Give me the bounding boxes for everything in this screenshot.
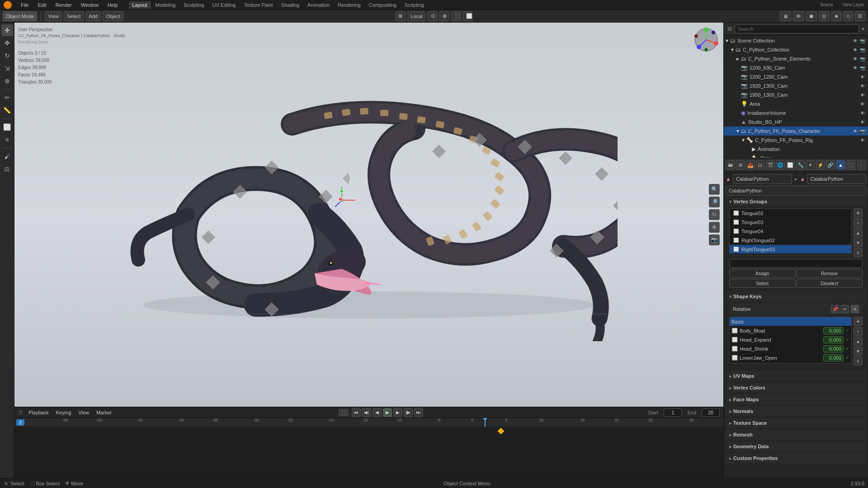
vg-select-btn[interactable]: Select xyxy=(729,279,796,288)
workspace-animation[interactable]: Animation xyxy=(304,1,333,9)
view-props[interactable]: 👁 xyxy=(793,11,804,21)
prop-object-btn[interactable]: ⬜ xyxy=(786,160,795,170)
overlay-toggle[interactable]: ⊙ xyxy=(428,11,438,21)
prop-object-data-btn[interactable]: ▲ xyxy=(836,160,845,170)
sk-head-shrink-value[interactable]: 0.000 xyxy=(823,345,844,352)
render-mode-2[interactable]: ◎ xyxy=(819,11,830,21)
sk-lowerjaw-open[interactable]: ⬜ LowerJaw_Open 0.000 ✓ xyxy=(730,353,851,362)
menu-file[interactable]: File xyxy=(19,1,31,9)
next-keyframe-btn[interactable]: |▶ xyxy=(404,408,413,417)
object-menu[interactable]: Object xyxy=(103,11,123,21)
sculpt-tool[interactable]: 🖌 xyxy=(1,150,13,162)
prop-material-btn[interactable]: ⬛ xyxy=(846,160,855,170)
prev-keyframe-btn[interactable]: ◀| xyxy=(362,408,371,417)
vg-right-tongue03[interactable]: ⬜ RightTongue03 xyxy=(730,245,851,254)
geometry-data-header[interactable]: ▸ Geometry Data xyxy=(726,441,866,451)
sk-down-btn[interactable]: ▼ xyxy=(854,347,863,356)
extra-tool[interactable]: ≡ xyxy=(1,134,13,145)
vg-remove-assign-btn[interactable]: Remove xyxy=(797,269,863,278)
sk-menu-btn[interactable]: ≡ xyxy=(854,357,863,366)
add-cube-tool[interactable]: ⬜ xyxy=(1,121,13,133)
sk-lowerjaw-check[interactable]: ✓ xyxy=(845,355,849,361)
current-frame-display[interactable]: 2 xyxy=(16,419,24,426)
menu-edit[interactable]: Edit xyxy=(36,1,48,9)
remesh-header[interactable]: ▸ Remesh xyxy=(726,430,866,440)
prop-render-btn[interactable]: 🖥 xyxy=(736,160,745,170)
viewport-render[interactable]: ⬛ xyxy=(451,11,461,21)
prop-view-layer-btn[interactable]: 🗂 xyxy=(756,160,765,170)
workspace-shading[interactable]: Shading xyxy=(278,1,303,9)
prev-frame-btn[interactable]: ◀ xyxy=(373,408,382,417)
sk-head-expand-value[interactable]: 0.000 xyxy=(823,336,844,343)
outliner-item-python-character[interactable]: ▾ 🗂 C_Python_FK_Poses_Character 👁 📷 xyxy=(724,127,868,136)
menu-help[interactable]: Help xyxy=(106,1,120,9)
render-mode-1[interactable]: ◉ xyxy=(806,11,817,21)
vg-assign-btn[interactable]: Assign xyxy=(729,269,796,278)
vg-deselect-btn[interactable]: Deselect xyxy=(797,279,863,288)
shape-keys-header[interactable]: ▾ Shape Keys xyxy=(726,291,866,301)
outliner-item-scene-collection[interactable]: ▾ 🗂 Scene Collection 👁 📷 xyxy=(724,36,868,45)
outliner-filter-btn[interactable]: ▾ xyxy=(862,26,864,32)
orbit-btn[interactable]: ↻ xyxy=(709,209,720,220)
select-menu[interactable]: Select xyxy=(64,11,84,21)
vg-remove-btn[interactable]: - xyxy=(854,218,863,227)
vg-add-btn[interactable]: + xyxy=(854,208,863,217)
measure-tool[interactable]: 📏 xyxy=(1,104,13,116)
start-frame-display[interactable]: 1 xyxy=(664,408,682,417)
sk-basis[interactable]: Basis xyxy=(730,317,851,326)
transform-tool[interactable]: ⊕ xyxy=(1,75,13,87)
shape-key-close-btn[interactable]: ✕ xyxy=(851,305,859,313)
sk-body-bloat-check[interactable]: ✓ xyxy=(845,328,849,333)
sk-body-bloat-value[interactable]: 0.000 xyxy=(823,327,844,334)
mesh-name-btn-1[interactable]: CalabarPython xyxy=(733,174,792,184)
timeline-keying-menu[interactable]: Keying xyxy=(54,409,73,416)
workspace-compositing[interactable]: Compositing xyxy=(365,1,400,9)
prop-particles-btn[interactable]: ✦ xyxy=(806,160,815,170)
prop-extra-btn[interactable]: ⋮ xyxy=(857,160,866,170)
outliner-item-cam3[interactable]: ▸ 📷 1920_1300_Cam 👁 xyxy=(724,81,868,90)
end-frame-display[interactable]: 20 xyxy=(702,408,720,417)
vg-tongue03[interactable]: ⬜ Tongue03 xyxy=(730,218,851,227)
outliner-search-input[interactable] xyxy=(735,24,859,33)
render-mode-4[interactable]: ◇ xyxy=(843,11,853,21)
uv-maps-header[interactable]: ▸ UV Maps xyxy=(726,371,866,381)
sk-lowerjaw-value[interactable]: 0.000 xyxy=(823,354,844,361)
rotate-tool[interactable]: ↻ xyxy=(1,50,13,61)
vertex-colors-header[interactable]: ▸ Vertex Colors xyxy=(726,383,866,393)
vg-tongue02[interactable]: ⬜ Tongue02 xyxy=(730,209,851,218)
workspace-rendering[interactable]: Rendering xyxy=(334,1,364,9)
object-name-field[interactable]: CalabarPython xyxy=(726,186,866,196)
local-view[interactable]: Local xyxy=(407,11,425,21)
viewport-shading-wire[interactable]: ⊞ xyxy=(395,11,406,21)
texture-space-header[interactable]: ▸ Texture Space xyxy=(726,418,866,428)
prop-constraints-btn[interactable]: 🔗 xyxy=(826,160,835,170)
workspace-modeling[interactable]: Modeling xyxy=(152,1,179,9)
vertex-groups-header[interactable]: ▾ Vertex Groups xyxy=(726,197,866,206)
mesh-name-btn-2[interactable]: CalabarPython xyxy=(807,174,866,184)
play-btn[interactable]: ▶ xyxy=(383,408,392,417)
use-scene-checkbox[interactable]: ⬛ xyxy=(339,409,349,416)
workspace-texture-paint[interactable]: Texture Paint xyxy=(240,1,276,9)
zoom-out-btn[interactable]: 🔎 xyxy=(709,197,720,207)
outliner-item-python-collection[interactable]: ▾ 🗂 C_Python_Collection 👁 📷 xyxy=(724,45,868,54)
gizmo-toggle[interactable]: ⊕ xyxy=(439,11,449,21)
scale-tool[interactable]: ⇲ xyxy=(1,62,13,74)
shape-key-pin-btn[interactable]: 📌 xyxy=(831,305,839,313)
prop-scene-btn[interactable]: 🏔 xyxy=(726,160,735,170)
outliner-item-cam1[interactable]: ▸ 📷 1200_630_Cam 👁 📷 xyxy=(724,63,868,72)
add-menu[interactable]: Add xyxy=(86,11,101,21)
prop-scene2-btn[interactable]: 🎬 xyxy=(766,160,775,170)
mode-selector[interactable]: Object Mode xyxy=(3,11,37,21)
next-frame-btn[interactable]: ▶ xyxy=(393,408,402,417)
camera-view-btn[interactable]: 📷 xyxy=(709,235,720,245)
workspace-sculpting[interactable]: Sculpting xyxy=(180,1,208,9)
prop-output-btn[interactable]: 📤 xyxy=(745,160,755,170)
cursor-tool[interactable]: ✛ xyxy=(1,24,13,36)
viewport[interactable]: User Perspective CC_Python_FK_Poses_Char… xyxy=(14,23,723,407)
prop-modifier-btn[interactable]: 🔧 xyxy=(796,160,805,170)
render-props[interactable]: 🖥 xyxy=(780,11,791,21)
navigation-gizmo[interactable]: Y X Z xyxy=(693,26,720,53)
sk-add-btn[interactable]: + xyxy=(854,317,863,326)
move-tool[interactable]: ✥ xyxy=(1,37,13,49)
vg-search-input[interactable] xyxy=(729,259,863,268)
